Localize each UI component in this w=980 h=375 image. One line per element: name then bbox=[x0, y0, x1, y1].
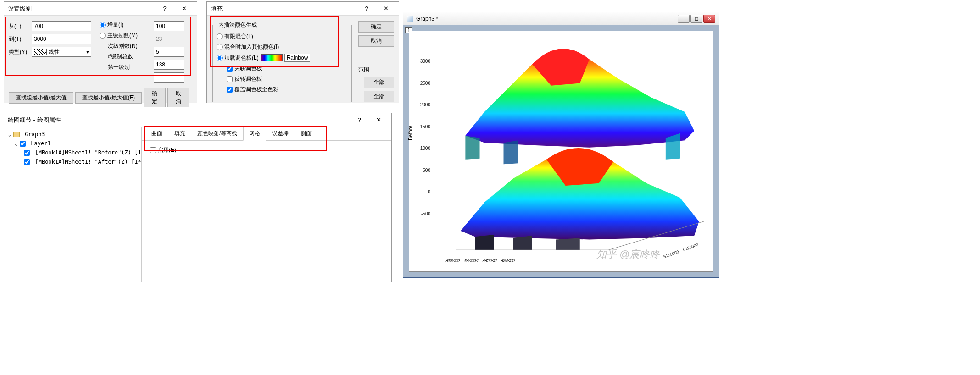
mix-extra-radio[interactable] bbox=[217, 44, 223, 50]
range-label: 范围 bbox=[358, 66, 394, 74]
z-axis-label: Before bbox=[407, 126, 413, 140]
increment-radio[interactable] bbox=[100, 22, 106, 28]
total-levels-label: #级别总数 bbox=[108, 53, 133, 61]
plot-details-content: 曲面 填充 颜色映射/等高线 网格 误差棒 侧面 启用(E) bbox=[142, 127, 391, 282]
tab-errorbar[interactable]: 误差棒 bbox=[266, 127, 295, 140]
range-all-button-2[interactable]: 全部 bbox=[364, 91, 394, 102]
enable-mesh-check[interactable] bbox=[150, 147, 156, 153]
to-label: 到(T) bbox=[9, 35, 29, 43]
ok-button[interactable]: 确定 bbox=[144, 88, 166, 107]
increment-input[interactable] bbox=[154, 21, 184, 31]
plot-details-dialog: 绘图细节 - 绘图属性 ? ✕ ⌄ Graph3 ⌄ Layer1 [MBook… bbox=[4, 113, 392, 282]
find-group-minmax-button[interactable]: 查找组最小值/最大值 bbox=[9, 92, 73, 104]
interpolation-group: 内插法颜色生成 有限混合(L) 混合时加入其他颜色(I) 加载调色板(L) Ra… bbox=[212, 21, 352, 102]
graph-canvas[interactable]: 3000 2500 2000 1500 1000 500 0 -500 Befo… bbox=[409, 31, 713, 272]
close-button[interactable]: ✕ bbox=[369, 115, 388, 125]
first-level-label: 第一级别 bbox=[108, 63, 130, 71]
total-levels-input[interactable] bbox=[154, 60, 184, 70]
load-palette-label: 加载调色板(L) bbox=[224, 54, 259, 62]
expander-icon[interactable]: ⌄ bbox=[13, 139, 19, 148]
plot-tree-panel: ⌄ Graph3 ⌄ Layer1 [MBook1A]MSheet1! "Bef… bbox=[4, 127, 142, 282]
limited-mix-radio[interactable] bbox=[217, 33, 223, 39]
help-button[interactable]: ? bbox=[357, 4, 376, 14]
from-label: 从(F) bbox=[9, 22, 29, 30]
tab-colormap[interactable]: 颜色映射/等高线 bbox=[191, 127, 243, 140]
tab-fill[interactable]: 填充 bbox=[168, 127, 191, 140]
full-palette-check[interactable] bbox=[227, 87, 233, 93]
tab-mesh[interactable]: 网格 bbox=[243, 127, 266, 141]
tree-root[interactable]: ⌄ Graph3 bbox=[7, 130, 139, 139]
after-check[interactable] bbox=[24, 159, 30, 165]
minor-levels-input[interactable] bbox=[154, 47, 184, 57]
layer-check[interactable] bbox=[20, 141, 26, 147]
flip-palette-label: 反转调色板 bbox=[234, 75, 262, 83]
major-levels-radio[interactable] bbox=[100, 33, 106, 39]
watermark: 知乎 @宸咚咚 bbox=[596, 248, 976, 373]
x-axis-ticks: 558000 560000 562000 564000 bbox=[445, 259, 516, 263]
graph-window: Graph3 * — ◻ ✕ 1 3000 2500 2000 1500 100… bbox=[403, 12, 719, 278]
link-palette-label: 关联调色板 bbox=[234, 65, 262, 72]
major-levels-label: 主级别数(M) bbox=[107, 32, 138, 39]
plot-tabs: 曲面 填充 颜色映射/等高线 网格 误差棒 侧面 bbox=[142, 127, 391, 141]
expander-icon[interactable]: ⌄ bbox=[7, 130, 12, 139]
minimize-button[interactable]: — bbox=[678, 15, 690, 23]
fill-dialog: 填充 ? ✕ 内插法颜色生成 有限混合(L) 混合时加入其他颜色(I) 加载调色… bbox=[206, 1, 399, 103]
type-label: 类型(Y) bbox=[9, 48, 29, 56]
cancel-button[interactable]: 取消 bbox=[167, 88, 189, 107]
tree-data-after[interactable]: [MBook1A]MSheet1! "After"(Z) [1*:8575C bbox=[7, 157, 139, 166]
palette-preview-icon bbox=[261, 54, 283, 61]
plot-details-titlebar: 绘图细节 - 绘图属性 ? ✕ bbox=[4, 113, 391, 127]
mix-extra-label: 混合时加入其他颜色(I) bbox=[224, 43, 279, 51]
cancel-button[interactable]: 取消 bbox=[358, 35, 394, 47]
first-level-input[interactable] bbox=[154, 72, 184, 83]
minor-levels-label: 次级别数(N) bbox=[108, 42, 138, 50]
graph-titlebar[interactable]: Graph3 * — ◻ ✕ bbox=[403, 12, 719, 25]
set-levels-dialog: 设置级别 ? ✕ 从(F) 到(T) 类型(Y) 线性 ▾ bbox=[4, 1, 197, 103]
interpolation-legend: 内插法颜色生成 bbox=[217, 21, 259, 29]
palette-name[interactable]: Rainbow bbox=[284, 54, 311, 62]
fill-titlebar: 填充 ? ✕ bbox=[207, 2, 399, 16]
surface-plot bbox=[437, 40, 704, 250]
range-all-button[interactable]: 全部 bbox=[364, 77, 394, 88]
tree-layer[interactable]: ⌄ Layer1 bbox=[7, 139, 139, 148]
full-palette-label: 覆盖调色板全色彩 bbox=[234, 86, 278, 94]
fill-title: 填充 bbox=[211, 5, 223, 13]
set-levels-title: 设置级别 bbox=[8, 5, 32, 13]
graph-title: Graph3 * bbox=[416, 16, 438, 22]
folder-icon bbox=[13, 132, 20, 137]
set-levels-titlebar: 设置级别 ? ✕ bbox=[4, 2, 197, 16]
before-check[interactable] bbox=[24, 150, 30, 156]
close-button[interactable]: ✕ bbox=[703, 15, 715, 23]
graph-icon bbox=[407, 16, 413, 22]
plot-details-title: 绘图细节 - 绘图属性 bbox=[8, 116, 61, 124]
tree-data-before[interactable]: [MBook1A]MSheet1! "Before"(Z) [1*:8575 bbox=[7, 148, 139, 157]
major-levels-input[interactable] bbox=[154, 34, 184, 44]
enable-mesh-label: 启用(E) bbox=[158, 146, 176, 154]
type-select[interactable]: 线性 ▾ bbox=[32, 47, 91, 57]
limited-mix-label: 有限混合(L) bbox=[224, 33, 253, 40]
link-palette-check[interactable] bbox=[227, 66, 233, 72]
help-button[interactable]: ? bbox=[350, 115, 368, 125]
help-button[interactable]: ? bbox=[156, 4, 174, 14]
ok-button[interactable]: 确定 bbox=[358, 21, 394, 33]
z-axis-ticks: 3000 2500 2000 1500 1000 500 0 -500 bbox=[415, 59, 430, 216]
maximize-button[interactable]: ◻ bbox=[690, 15, 702, 23]
chevron-down-icon: ▾ bbox=[86, 49, 89, 55]
increment-label: 增量(I) bbox=[107, 21, 123, 29]
find-minmax-button[interactable]: 查找最小值/最大值(F) bbox=[75, 92, 142, 104]
load-palette-radio[interactable] bbox=[217, 55, 223, 61]
flip-palette-check[interactable] bbox=[227, 76, 233, 82]
from-input[interactable] bbox=[32, 21, 91, 31]
pattern-icon bbox=[34, 49, 47, 55]
close-button[interactable]: ✕ bbox=[377, 4, 395, 14]
tab-surface[interactable]: 曲面 bbox=[145, 127, 168, 140]
close-button[interactable]: ✕ bbox=[175, 4, 193, 14]
to-input[interactable] bbox=[32, 34, 91, 44]
tab-side[interactable]: 侧面 bbox=[295, 127, 317, 140]
